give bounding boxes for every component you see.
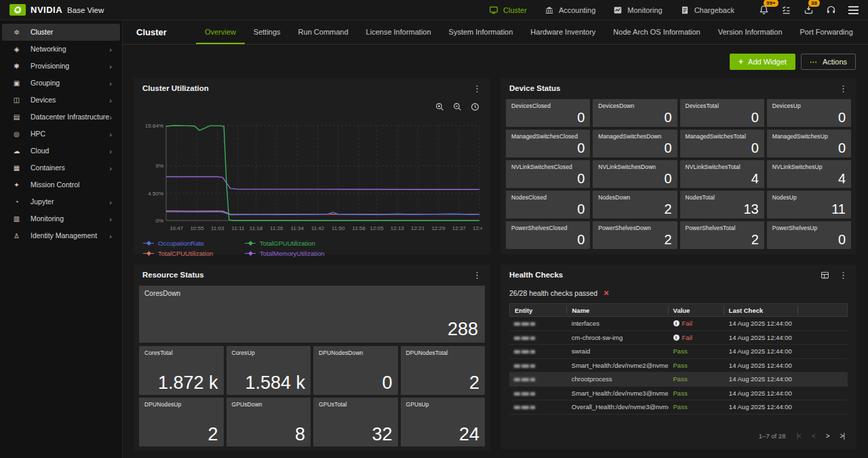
containers-icon: ▦: [12, 164, 22, 172]
add-widget-button[interactable]: + Add Widget: [730, 54, 795, 70]
stat-tile-value: 0: [511, 111, 585, 124]
sidebar-item-cluster[interactable]: ✲Cluster: [2, 24, 120, 41]
pagination-range: 1–7 of 28: [759, 432, 786, 440]
stat-tile-coresdown: CoresDown 288: [139, 286, 485, 343]
stat-tile-gpustotal: GPUsTotal32: [313, 398, 398, 446]
table-row[interactable]: Smart_Health:/dev/nvme3@nvmePass14 Aug 2…: [509, 387, 848, 401]
table-view-icon[interactable]: [821, 271, 829, 280]
table-row[interactable]: Smart_Health:/dev/nvme2@nvmePass14 Aug 2…: [509, 359, 848, 373]
stat-tile-value: 0: [598, 172, 671, 185]
redacted-entity: [514, 392, 535, 396]
redacted-entity: [514, 322, 535, 326]
stat-tile-label: DPUNodesTotal: [406, 349, 480, 356]
sidebar-item-label: Provisioning: [31, 61, 109, 71]
health-checks-kebab-icon[interactable]: ⋮: [839, 271, 848, 280]
tab-port-forwarding[interactable]: Port Forwarding: [791, 20, 862, 44]
stat-tile-label: GPUsTotal: [319, 401, 393, 408]
name-cell: interfaces: [567, 320, 669, 327]
stat-tile-label: NVLinkSwitchesDown: [598, 164, 671, 170]
tab-node-arch-os-information[interactable]: Node Arch OS Information: [604, 20, 709, 44]
tab-license-information[interactable]: License Information: [357, 20, 440, 44]
utilization-chart[interactable]: 10:4710:5511:0311:1111:1811:2611:3411:42…: [134, 98, 490, 237]
sidebar-item-networking[interactable]: ◈Networking›: [2, 41, 120, 58]
health-summary-text: 26/28 health checks passed: [509, 289, 597, 297]
resource-status-kebab-icon[interactable]: ⋮: [473, 271, 481, 280]
tab-run-command[interactable]: Run Command: [290, 20, 357, 44]
series-totalmemoryutilization: [166, 177, 479, 190]
jupyter-icon: ◔: [12, 198, 22, 206]
topbar-nav: ClusterAccountingMonitoringChargeback: [489, 5, 734, 15]
stat-tile-label: NodesClosed: [511, 194, 585, 201]
tab-settings[interactable]: Settings: [245, 20, 290, 44]
stat-tile-dpunodesup: DPUNodesUp2: [139, 398, 224, 446]
table-row[interactable]: swraidPass14 Aug 2025 12:44:00: [509, 345, 848, 359]
table-row[interactable]: Overall_Health:/dev/nvme3@nvmePass14 Aug…: [509, 400, 848, 415]
notifications-bell-icon[interactable]: 99+: [759, 5, 769, 15]
svg-text:0%: 0%: [155, 218, 163, 224]
topbar-nav-cluster[interactable]: Cluster: [489, 5, 527, 15]
tasks-checklist-icon[interactable]: [781, 5, 791, 15]
mission-control-icon: ✦: [12, 181, 22, 189]
topbar-nav-accounting[interactable]: Accounting: [545, 5, 595, 15]
topbar-nav-chargeback[interactable]: Chargeback: [680, 5, 734, 15]
last-page-icon[interactable]: >|: [840, 432, 844, 440]
status-value: Pass: [673, 347, 688, 355]
tab-version-information[interactable]: Version Information: [709, 20, 791, 44]
stat-tile-label: CoresTotal: [144, 349, 218, 356]
tab-imex-configuration[interactable]: IMEX Configuration: [862, 20, 868, 44]
status-value: Pass: [673, 362, 688, 369]
stat-tile-label: DevicesUp: [772, 102, 846, 109]
time-range-clock-icon[interactable]: [471, 102, 479, 111]
next-page-icon[interactable]: >: [826, 432, 829, 440]
sidebar-item-datacenter-infrastructure[interactable]: ▤Datacenter Infrastructure›: [2, 109, 120, 126]
ellipsis-icon: ⋯: [810, 58, 818, 66]
grouping-icon: ▣: [12, 79, 22, 87]
support-headset-icon[interactable]: [826, 5, 836, 15]
stat-tile-value: 4: [772, 172, 846, 185]
sidebar-item-devices[interactable]: ◫Devices›: [2, 92, 120, 109]
topbar-nav-monitoring[interactable]: Monitoring: [613, 5, 662, 15]
stat-tile-value: 1.584 k: [232, 374, 306, 392]
legend-item-totalgpuutilization[interactable]: TotalGPUUtilization: [245, 240, 490, 247]
value-cell: Pass: [669, 375, 724, 383]
stat-tile-value: 2: [598, 233, 671, 246]
downloads-tray-icon[interactable]: 38: [804, 5, 814, 15]
cluster-utilization-kebab-icon[interactable]: ⋮: [473, 84, 481, 93]
stat-tile-dpunodesdown: DPUNodesDown0: [313, 346, 398, 395]
stat-tile-value: 11: [772, 202, 846, 216]
device-status-kebab-icon[interactable]: ⋮: [839, 84, 848, 93]
tab-hardware-inventory[interactable]: Hardware Inventory: [521, 20, 604, 44]
download-badge: 38: [808, 0, 820, 7]
zoom-out-icon[interactable]: [453, 102, 462, 111]
sidebar-item-jupyter[interactable]: ◔Jupyter›: [2, 193, 120, 210]
prev-page-icon[interactable]: <: [812, 432, 815, 440]
sidebar-item-grouping[interactable]: ▣Grouping›: [2, 75, 120, 92]
menu-hamburger-icon[interactable]: [848, 6, 859, 14]
sidebar-item-identity-management[interactable]: ♙Identity Management›: [2, 227, 120, 244]
stat-tile-value: 0: [772, 233, 846, 246]
sidebar-item-monitoring[interactable]: ▥Monitoring›: [2, 210, 120, 227]
legend-marker-icon: [245, 241, 256, 246]
legend-item-totalcpuutilization[interactable]: TotalCPUUtilization: [143, 250, 245, 257]
first-page-icon[interactable]: |<: [796, 432, 800, 440]
stat-tile-label: ManagedSwitchesDown: [598, 133, 671, 140]
table-row[interactable]: interfacesiFail14 Aug 2025 12:44:00: [509, 317, 848, 331]
sidebar-item-hpc[interactable]: ◎HPC›: [2, 126, 120, 142]
actions-button[interactable]: ⋯ Actions: [801, 54, 856, 70]
sidebar-item-mission-control[interactable]: ✦Mission Control: [2, 176, 120, 193]
stat-tile-nvlinkswitchestotal: NVLinkSwitchesTotal4: [680, 160, 764, 188]
hpc-icon: ◎: [12, 130, 22, 138]
legend-item-occupationrate[interactable]: OccupationRate: [143, 240, 245, 247]
stat-tile-label: NodesDown: [598, 194, 671, 201]
zoom-in-icon[interactable]: [435, 102, 444, 111]
value-cell: Pass: [669, 403, 724, 411]
table-row[interactable]: chrootprocessPass14 Aug 2025 12:44:00: [509, 373, 848, 387]
legend-item-totalmemoryutilization[interactable]: TotalMemoryUtilization: [245, 250, 490, 257]
tab-system-information[interactable]: System Information: [440, 20, 522, 44]
tab-overview[interactable]: Overview: [196, 20, 245, 44]
sidebar-item-cloud[interactable]: ☁Cloud›: [2, 142, 120, 159]
tabs: OverviewSettingsRun CommandLicense Infor…: [196, 20, 868, 44]
table-row[interactable]: cm-chroot-sw-imgiFail14 Aug 2025 12:44:0…: [509, 331, 848, 345]
sidebar-item-containers[interactable]: ▦Containers›: [2, 159, 120, 176]
sidebar-item-provisioning[interactable]: ✱Provisioning›: [2, 58, 120, 75]
